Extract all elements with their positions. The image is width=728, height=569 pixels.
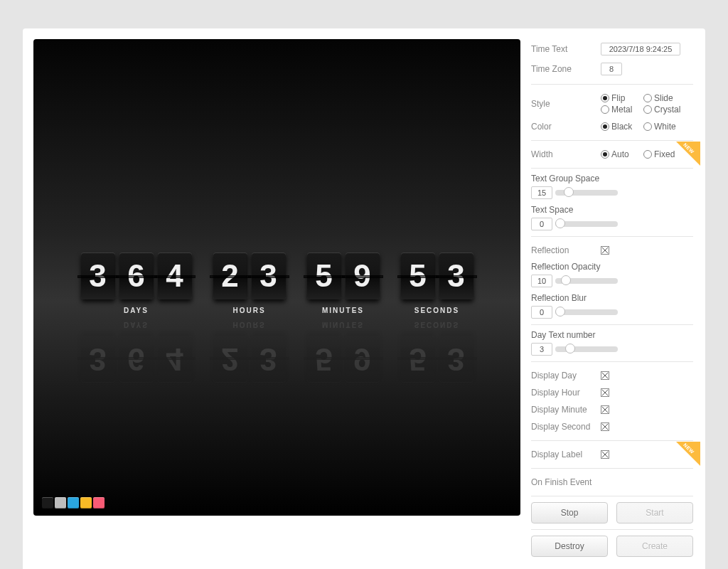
display-label-checkbox[interactable] xyxy=(601,450,609,459)
days-group: 3 6 4 DAYS xyxy=(81,252,192,314)
swatch[interactable] xyxy=(80,497,92,509)
reflection-label: Reflection xyxy=(531,245,601,255)
time-zone-input[interactable] xyxy=(601,63,622,75)
text-space-input[interactable] xyxy=(531,218,552,230)
style-metal-radio[interactable]: Metal xyxy=(601,105,643,115)
display-day-label: Display Day xyxy=(531,371,601,381)
display-hour-checkbox[interactable] xyxy=(601,388,609,397)
display-minute-checkbox[interactable] xyxy=(601,405,609,414)
digit-card: 3 xyxy=(439,252,473,299)
digit-card: 3 xyxy=(252,252,286,299)
digit-card: 6 xyxy=(119,252,154,299)
text-group-space-input[interactable] xyxy=(531,186,552,199)
theme-swatches xyxy=(42,497,105,509)
display-hour-label: Display Hour xyxy=(531,388,601,398)
display-day-checkbox[interactable] xyxy=(601,371,609,380)
swatch[interactable] xyxy=(93,497,105,509)
time-text-label: Time Text xyxy=(531,44,601,54)
reflection-opacity-label: Reflection Opacity xyxy=(531,262,693,272)
style-crystal-radio[interactable]: Crystal xyxy=(643,105,686,115)
reflection-opacity-slider[interactable] xyxy=(555,278,618,284)
color-label: Color xyxy=(531,122,601,132)
day-text-number-slider[interactable] xyxy=(555,346,618,352)
digit-card: 2 xyxy=(213,252,247,299)
style-flip-radio[interactable]: Flip xyxy=(601,93,643,103)
preview-column: 3 6 4 DAYS 2 3 HOURS 5 9 xyxy=(23,28,531,569)
reflection-blur-slider[interactable] xyxy=(555,309,618,315)
digit-card: 9 xyxy=(346,252,380,299)
seconds-group: 5 3 SECONDS xyxy=(401,252,473,314)
style-label: Style xyxy=(531,99,601,109)
text-group-space-label: Text Group Space xyxy=(531,174,693,184)
reflection-checkbox[interactable] xyxy=(601,246,609,255)
width-auto-radio[interactable]: Auto xyxy=(601,149,643,159)
stop-button[interactable]: Stop xyxy=(531,502,608,523)
days-label: DAYS xyxy=(124,307,149,314)
color-white-radio[interactable]: White xyxy=(643,122,686,132)
text-group-space-slider[interactable] xyxy=(555,190,618,196)
display-label-label: Display Label xyxy=(531,450,601,459)
reflection-blur-input[interactable] xyxy=(531,306,552,319)
create-button[interactable]: Create xyxy=(616,536,693,557)
color-black-radio[interactable]: Black xyxy=(601,122,643,132)
display-minute-label: Display Minute xyxy=(531,405,601,415)
display-second-label: Display Second xyxy=(531,422,601,432)
reflection-opacity-input[interactable] xyxy=(531,275,552,287)
swatch[interactable] xyxy=(42,497,53,509)
destroy-button[interactable]: Destroy xyxy=(531,536,608,557)
style-slide-radio[interactable]: Slide xyxy=(643,93,686,103)
minutes-group: 5 9 MINUTES xyxy=(307,252,380,314)
config-panel: 3 6 4 DAYS 2 3 HOURS 5 9 xyxy=(23,28,705,569)
day-text-number-input[interactable] xyxy=(531,343,552,356)
hours-label: HOURS xyxy=(232,307,265,314)
preview-stage: 3 6 4 DAYS 2 3 HOURS 5 9 xyxy=(33,39,520,516)
start-button[interactable]: Start xyxy=(616,502,693,523)
seconds-label: SECONDS xyxy=(414,307,459,314)
on-finish-label: On Finish Event xyxy=(531,477,631,487)
digit-card: 5 xyxy=(401,252,435,299)
reflection-blur-label: Reflection Blur xyxy=(531,293,693,303)
countdown-clock: 3 6 4 DAYS 2 3 HOURS 5 9 xyxy=(33,252,520,314)
time-zone-label: Time Zone xyxy=(531,64,601,74)
swatch[interactable] xyxy=(55,497,66,509)
text-space-label: Text Space xyxy=(531,205,693,215)
width-label: Width xyxy=(531,149,601,159)
clock-reflection: 3 6 4 DAYS 2 3 HOURS 5 9 MINUTES 5 3 SEC… xyxy=(33,321,520,383)
new-badge-icon xyxy=(676,442,700,466)
day-text-number-label: Day Text number xyxy=(531,330,693,340)
text-space-slider[interactable] xyxy=(555,221,618,227)
display-second-checkbox[interactable] xyxy=(601,422,609,431)
hours-group: 2 3 HOURS xyxy=(213,252,286,314)
digit-card: 5 xyxy=(307,252,341,299)
digit-card: 3 xyxy=(81,252,115,299)
minutes-label: MINUTES xyxy=(322,307,364,314)
settings-form: Time Text Time Zone Style Flip Slide Met… xyxy=(531,28,705,569)
time-text-input[interactable] xyxy=(601,43,680,55)
swatch[interactable] xyxy=(68,497,79,509)
digit-card: 4 xyxy=(158,252,192,299)
new-badge-icon xyxy=(676,142,700,166)
